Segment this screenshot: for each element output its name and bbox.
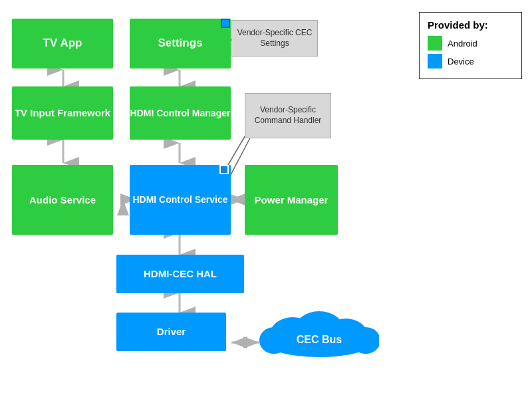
legend: Provided by: Android Device xyxy=(419,12,522,79)
legend-item-android: Android xyxy=(428,36,509,51)
legend-item-device: Device xyxy=(428,54,509,68)
hdmi-control-service-block: HDMI Control Service xyxy=(130,165,231,235)
vendor-command-handler-callout: Vendor-Specific Command Handler xyxy=(245,93,331,138)
svg-point-21 xyxy=(351,327,379,354)
svg-text:CEC Bus: CEC Bus xyxy=(297,334,342,345)
legend-label-device: Device xyxy=(448,57,474,67)
svg-point-22 xyxy=(259,327,289,354)
cec-bus-cloud: CEC Bus xyxy=(259,306,379,358)
hdmi-control-manager-block: HDMI Control Manager xyxy=(130,86,231,140)
legend-color-android xyxy=(428,36,442,51)
settings-block: Settings xyxy=(130,19,231,68)
tv-input-framework-block: TV Input Framework xyxy=(12,86,113,140)
legend-color-device xyxy=(428,54,442,68)
audio-service-block: Audio Service xyxy=(12,165,113,235)
settings-blue-indicator xyxy=(221,19,230,28)
vendor-cec-settings-callout: Vendor-Specific CEC Settings xyxy=(231,20,318,57)
power-manager-block: Power Manager xyxy=(245,165,338,235)
legend-label-android: Android xyxy=(448,39,477,49)
hdmi-control-service-blue-indicator xyxy=(219,165,229,174)
diagram-container: TV App Settings TV Input Framework HDMI … xyxy=(0,0,532,401)
hdmi-cec-hal-block: HDMI-CEC HAL xyxy=(116,255,244,293)
tv-app-block: TV App xyxy=(12,19,113,68)
driver-block: Driver xyxy=(116,313,226,351)
legend-title: Provided by: xyxy=(428,19,509,31)
